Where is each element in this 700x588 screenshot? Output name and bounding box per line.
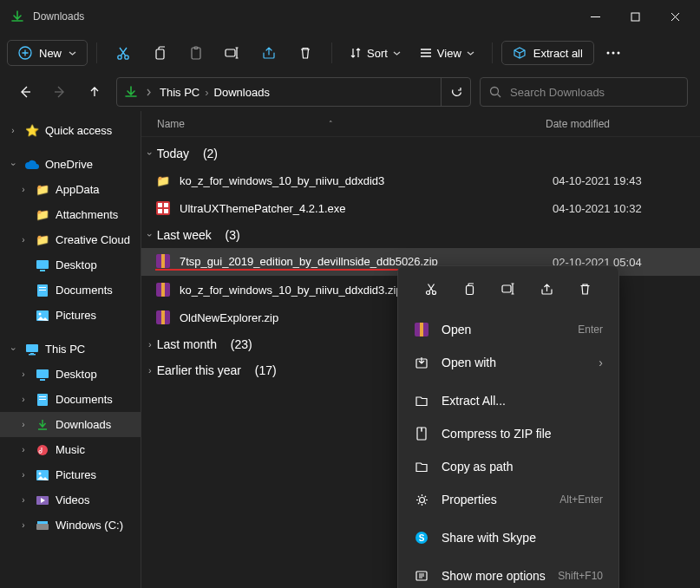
rename-button[interactable] <box>215 37 250 69</box>
sidebar-item-videos[interactable]: ›Videos <box>0 487 141 513</box>
open-with-icon <box>414 355 429 370</box>
refresh-icon[interactable] <box>450 86 463 99</box>
chevron-right-icon: › <box>17 520 29 530</box>
sidebar-item-this-pc[interactable]: › This PC <box>0 336 141 362</box>
back-button[interactable] <box>12 79 38 105</box>
group-today[interactable]: ›Today (2) <box>141 140 700 167</box>
chevron-down-icon <box>393 49 401 57</box>
chevron-down-icon <box>69 49 76 57</box>
ctx-copy-path[interactable]: Copy as path <box>398 450 618 483</box>
copy-button[interactable] <box>142 37 177 69</box>
svg-rect-12 <box>36 260 49 269</box>
view-label: View <box>437 47 461 60</box>
sidebar-item-documents-od[interactable]: Documents <box>0 278 141 303</box>
svg-rect-0 <box>631 13 639 21</box>
ctx-share-button[interactable] <box>532 277 561 301</box>
extract-icon <box>513 46 527 60</box>
pc-icon <box>24 342 40 357</box>
compress-icon <box>414 426 429 441</box>
ctx-open-with[interactable]: Open with› <box>398 346 618 379</box>
sidebar-item-music[interactable]: ›Music <box>0 437 141 462</box>
sort-button[interactable]: Sort <box>341 43 409 63</box>
sidebar-item-documents[interactable]: ›Documents <box>0 387 141 412</box>
chevron-down-icon <box>467 49 474 57</box>
cut-button[interactable] <box>106 37 141 69</box>
column-date[interactable]: Date modified <box>546 118 684 130</box>
svg-rect-35 <box>164 203 168 207</box>
sidebar-item-downloads[interactable]: ›Downloads <box>0 412 141 437</box>
chevron-down-icon: › <box>9 159 18 171</box>
svg-rect-7 <box>226 49 235 56</box>
path-icon <box>414 459 429 474</box>
sidebar-item-desktop-od[interactable]: Desktop <box>0 252 141 278</box>
minimize-button[interactable] <box>575 0 615 33</box>
sidebar-item-onedrive[interactable]: › OneDrive <box>0 152 141 177</box>
ctx-compress[interactable]: Compress to ZIP file <box>398 417 618 450</box>
ctx-rename-button[interactable] <box>494 277 523 301</box>
chevron-down-icon: › <box>9 343 18 356</box>
zip-icon <box>155 282 171 297</box>
sidebar-item-pictures[interactable]: ›Pictures <box>0 462 141 487</box>
titlebar: Downloads <box>0 0 700 33</box>
file-row[interactable]: UltraUXThemePatcher_4.2.1.exe04-10-2021 … <box>141 194 700 222</box>
downloads-icon <box>35 417 50 433</box>
sidebar-item-pictures-od[interactable]: Pictures <box>0 303 141 328</box>
svg-rect-47 <box>467 285 474 294</box>
new-button[interactable]: New <box>7 40 88 66</box>
crumb-downloads[interactable]: Downloads <box>214 86 270 99</box>
crumb-this-pc[interactable]: This PC <box>160 86 200 99</box>
delete-button[interactable] <box>288 37 323 69</box>
trash-icon <box>579 283 592 296</box>
maximize-button[interactable] <box>615 0 655 33</box>
file-row[interactable]: 📁ko_z_for_windows_10_by_niivu_ddxdid304-… <box>141 167 700 194</box>
column-name[interactable]: Name˄ <box>157 118 546 130</box>
search-input[interactable]: Search Downloads <box>480 77 688 107</box>
svg-point-53 <box>419 497 424 502</box>
address-bar[interactable]: This PC › Downloads <box>116 77 471 107</box>
breadcrumb: This PC › Downloads <box>160 86 434 99</box>
ctx-cut-button[interactable] <box>416 277 446 301</box>
chevron-right-icon: › <box>17 185 29 194</box>
sidebar-item-creative[interactable]: ›📁Creative Cloud <box>0 227 141 252</box>
ctx-share-skype[interactable]: SShare with Skype <box>398 521 618 554</box>
ctx-properties[interactable]: PropertiesAlt+Enter <box>398 483 618 516</box>
share-button[interactable] <box>252 37 286 69</box>
svg-rect-15 <box>39 287 46 288</box>
cut-icon <box>424 282 438 296</box>
group-last-week[interactable]: ›Last week (3) <box>141 222 700 248</box>
forward-button[interactable] <box>47 79 73 105</box>
ctx-extract-all[interactable]: Extract All... <box>398 384 618 417</box>
svg-rect-41 <box>161 283 165 297</box>
sidebar: › ⭐ Quick access › OneDrive ›📁AppData 📁A… <box>0 111 141 588</box>
chevron-right-icon <box>145 88 153 96</box>
up-button[interactable] <box>82 79 108 105</box>
close-button[interactable] <box>655 0 695 33</box>
ctx-open[interactable]: OpenEnter <box>398 313 618 346</box>
extract-icon <box>414 393 429 408</box>
sidebar-item-windows-c[interactable]: ›Windows (C:) <box>0 513 141 538</box>
svg-rect-19 <box>26 344 38 352</box>
extract-all-button[interactable]: Extract all <box>501 41 594 65</box>
paste-button[interactable] <box>179 37 213 69</box>
view-button[interactable]: View <box>411 43 483 63</box>
chevron-right-icon: › <box>17 369 29 379</box>
sidebar-item-desktop[interactable]: ›Desktop <box>0 362 141 387</box>
pictures-icon <box>35 308 50 323</box>
documents-icon <box>35 392 50 408</box>
copy-icon <box>463 283 476 296</box>
svg-rect-13 <box>40 270 45 271</box>
sidebar-item-quick-access[interactable]: › ⭐ Quick access <box>0 118 141 143</box>
more-button[interactable] <box>596 51 631 55</box>
svg-point-9 <box>612 52 614 55</box>
desktop-icon <box>35 258 50 273</box>
sidebar-item-attachments[interactable]: 📁Attachments <box>0 202 141 227</box>
ctx-show-more[interactable]: Show more optionsShift+F10 <box>398 559 618 588</box>
ctx-delete-button[interactable] <box>571 277 600 301</box>
context-icon-row <box>398 271 618 308</box>
svg-rect-36 <box>158 209 162 213</box>
ctx-copy-button[interactable] <box>455 277 485 301</box>
sidebar-item-appdata[interactable]: ›📁AppData <box>0 177 141 202</box>
svg-rect-25 <box>39 396 46 397</box>
svg-point-3 <box>125 56 128 59</box>
svg-point-29 <box>39 472 42 474</box>
